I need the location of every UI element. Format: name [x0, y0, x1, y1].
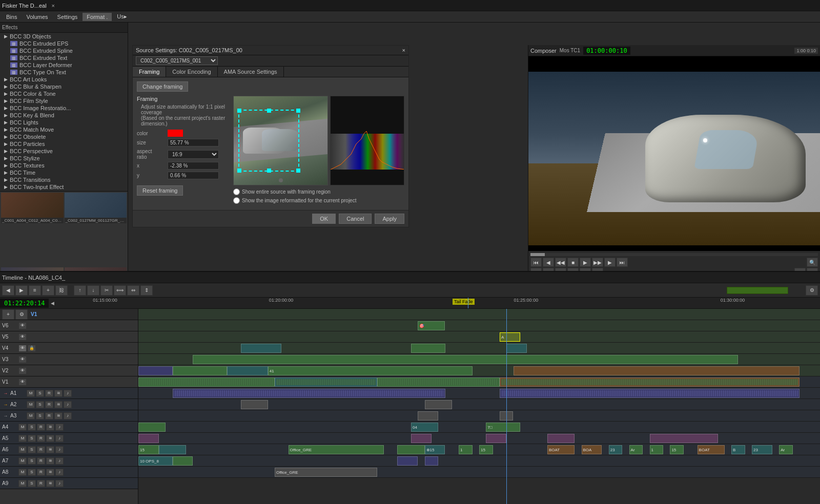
clip-a7-b[interactable] — [159, 445, 186, 454]
clip-a1-c[interactable] — [377, 377, 500, 387]
btn-zoom-in[interactable]: 🔍 — [807, 258, 818, 267]
btn-play[interactable]: ▶ — [580, 258, 591, 267]
y-input[interactable] — [168, 172, 219, 179]
clip-a6-c[interactable] — [486, 434, 506, 443]
track-a1-pan[interactable]: ≋ — [54, 390, 63, 397]
track-a4-solo[interactable]: S — [28, 424, 36, 431]
effect-transitions[interactable]: ▶ BCC Transitions — [0, 176, 128, 183]
clip-a5-c[interactable]: 7□ — [486, 423, 520, 432]
track-a3-vol[interactable]: ♪ — [64, 412, 72, 419]
track-v6-eye[interactable]: 👁 — [18, 322, 27, 329]
track-v3-eye[interactable]: 👁 — [18, 356, 27, 363]
clip-v1-c[interactable] — [227, 366, 268, 375]
track-a5-r[interactable]: R — [37, 435, 45, 442]
clip-a7-boat2[interactable]: BOAT — [698, 445, 725, 454]
track-a4-vol[interactable]: ♪ — [55, 424, 64, 431]
clip-dropdown[interactable]: C002_C005_0217MS_001 — [136, 56, 218, 65]
bin-item[interactable]: _C002_0127MM_001127GR_001)127QQ_00 — [65, 193, 127, 223]
reset-framing-btn[interactable]: Reset framing — [137, 185, 183, 196]
track-a2-vol[interactable]: ♪ — [64, 401, 72, 408]
track-a4-mute[interactable]: M — [18, 424, 27, 431]
track-a5-pan[interactable]: ≋ — [46, 435, 54, 442]
clip-v3-c[interactable] — [506, 344, 527, 353]
track-a7-solo[interactable]: S — [28, 457, 36, 465]
effect-obsolete[interactable]: ▶ BCC Obsolete — [0, 133, 128, 140]
effect-color-tone[interactable]: ▶ BCC Color & Tone — [0, 90, 128, 97]
tl-btn-track[interactable]: ≡ — [29, 285, 41, 296]
clip-a1-b[interactable] — [275, 377, 377, 387]
clip-a7-k[interactable]: B — [731, 445, 745, 454]
track-a9-vol[interactable]: ♪ — [55, 480, 64, 487]
cancel-button[interactable]: Cancel — [339, 214, 372, 224]
radio-show-source-input[interactable] — [233, 188, 240, 195]
track-a8-pan[interactable]: ≋ — [46, 469, 54, 476]
track-a9-r[interactable]: R — [37, 480, 45, 487]
btn-rewind-start[interactable]: ⏮ — [530, 258, 542, 267]
radio-show-reformatted[interactable]: Show the image reformatted for the curre… — [233, 197, 404, 204]
tl-btn-slide[interactable]: ⇕ — [140, 285, 153, 296]
track-a8-vol[interactable]: ♪ — [55, 469, 64, 476]
clip-v2-main[interactable] — [193, 355, 738, 364]
clip-a7-a[interactable]: 15 — [138, 445, 159, 454]
change-framing-btn[interactable]: Change framing — [137, 81, 188, 92]
x-input[interactable] — [168, 162, 219, 170]
track-a1-mute[interactable]: M — [27, 390, 35, 397]
clip-a5-a[interactable] — [138, 423, 166, 432]
track-a1-r[interactable]: R — [45, 390, 53, 397]
effect-extruded-text[interactable]: ▩ BCC Extruded Text — [0, 54, 128, 61]
clip-a3-a[interactable] — [241, 400, 268, 409]
track-a6-r[interactable]: R — [37, 446, 45, 453]
tl-btn-add[interactable]: + — [42, 285, 54, 296]
tl-btn-collapse[interactable]: ◀ — [2, 285, 14, 296]
effect-time[interactable]: ▶ BCC Time — [0, 169, 128, 176]
clip-a7-l[interactable]: 23 — [752, 445, 772, 454]
effect-art-looks[interactable]: ▶ BCC Art Looks — [0, 76, 128, 83]
track-a9-solo[interactable]: S — [28, 480, 36, 487]
menu-us[interactable]: Us▸ — [113, 12, 131, 21]
track-a1-vol[interactable]: ♪ — [64, 390, 72, 397]
track-a2-mute[interactable]: M — [27, 401, 35, 408]
track-a7-vol[interactable]: ♪ — [55, 457, 64, 465]
effect-blur-sharpen[interactable]: ▶ BCC Blur & Sharpen — [0, 83, 128, 90]
apply-button[interactable]: Apply — [375, 214, 404, 224]
track-a6-vol[interactable]: ♪ — [55, 446, 64, 453]
clip-a2-b[interactable] — [500, 389, 799, 398]
effect-lights[interactable]: ▶ BCC Lights — [0, 119, 128, 126]
scrub-bar[interactable] — [530, 253, 818, 256]
clip-a7-c[interactable] — [397, 445, 424, 454]
clip-v4-a[interactable]: A — [500, 332, 520, 342]
clip-a7-ar2[interactable]: Ar — [779, 445, 793, 454]
clip-a7-h[interactable]: 23 — [609, 445, 623, 454]
clip-a7-office[interactable]: Office_GRE — [289, 445, 384, 454]
track-v4-lock[interactable]: 🔒 — [28, 345, 36, 352]
track-a3-r[interactable]: R — [45, 412, 53, 419]
track-a9-mute[interactable]: M — [18, 480, 27, 487]
clip-a6-a[interactable] — [138, 434, 159, 443]
clip-a6-b[interactable] — [411, 434, 432, 443]
track-a2-r[interactable]: R — [45, 401, 53, 408]
clip-v1-b[interactable] — [173, 366, 227, 375]
menu-format[interactable]: Format . — [83, 13, 112, 21]
clip-a7-d[interactable]: ⊗15 — [425, 445, 445, 454]
clip-a7-boa[interactable]: BOA — [582, 445, 602, 454]
track-a6-mute[interactable]: M — [18, 446, 27, 453]
btn-rewind[interactable]: ◀◀ — [555, 258, 566, 267]
effect-extruded-eps[interactable]: ▩ BCC Extruded EPS — [0, 40, 128, 47]
tab-color-encoding[interactable]: Color Encoding — [166, 67, 217, 77]
close-icon[interactable]: × — [52, 3, 55, 9]
effect-perspective[interactable]: ▶ BCC Perspective — [0, 148, 128, 155]
effect-3d-objects[interactable]: ▶ BCC 3D Objects — [0, 33, 128, 40]
clip-a8-ops[interactable]: 10 OPS_8 — [138, 456, 173, 466]
effect-image-restoration[interactable]: ▶ BCC Image Restoratio... — [0, 104, 128, 112]
clip-a9-office[interactable]: Office_GRE — [275, 468, 377, 477]
btn-step-back[interactable]: ◀ — [543, 258, 554, 267]
track-a9-pan[interactable]: ≋ — [46, 480, 54, 487]
size-input[interactable] — [168, 139, 219, 146]
clip-a7-j[interactable]: 15 — [670, 445, 684, 454]
clip-a8-d[interactable] — [425, 456, 439, 466]
clip-a2-a[interactable] — [173, 389, 445, 398]
effect-stylize[interactable]: ▶ BCC Stylize — [0, 155, 128, 162]
aspect-select[interactable]: 16:9 — [168, 150, 219, 159]
effect-two-input[interactable]: ▶ BCC Two-Input Effect — [0, 183, 128, 191]
clip-a8-b[interactable] — [173, 456, 193, 466]
